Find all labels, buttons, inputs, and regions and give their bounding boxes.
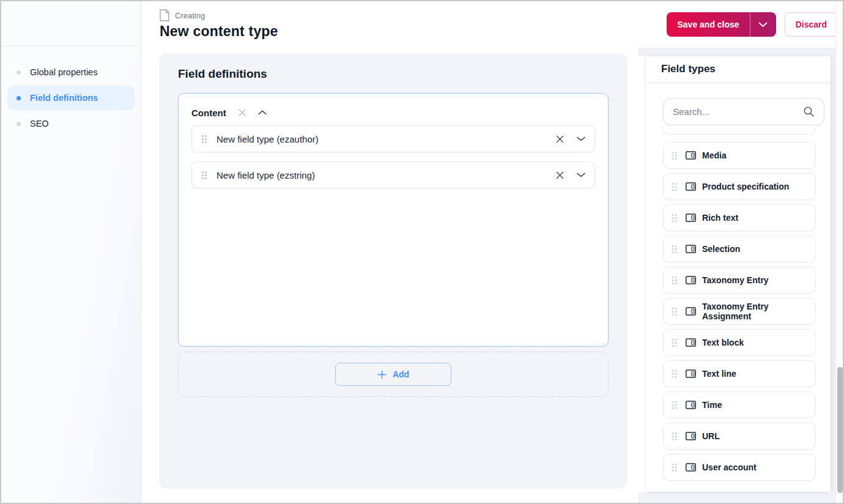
field-type-icon — [686, 276, 696, 284]
drag-handle-icon[interactable] — [672, 401, 678, 410]
add-button-label: Add — [393, 369, 409, 379]
field-remove-button[interactable] — [555, 135, 565, 144]
field-type-label: URL — [702, 431, 720, 441]
panel-backdrop — [639, 48, 837, 56]
sidebar-item-label: SEO — [30, 119, 49, 128]
section-title: Field definitions — [178, 67, 609, 81]
bullet-icon — [17, 96, 21, 100]
drag-handle-icon[interactable] — [672, 276, 678, 285]
mode-label: Creating — [175, 11, 205, 20]
field-type-icon — [686, 401, 696, 409]
drag-handle-icon[interactable] — [672, 432, 678, 441]
field-type-icon — [686, 338, 696, 347]
chevron-down-icon — [758, 22, 768, 28]
field-type-label: Rich text — [702, 213, 738, 223]
field-definitions-section: Field definitions Content Ne — [159, 53, 627, 489]
drag-handle-icon[interactable] — [672, 338, 678, 347]
scrollbar-thumb[interactable] — [837, 367, 843, 493]
field-type-icon — [686, 213, 696, 222]
field-definition-row-ezstring[interactable]: New field type (ezstring) — [191, 161, 595, 188]
group-collapse-button[interactable] — [258, 110, 267, 115]
plus-icon — [377, 370, 387, 379]
field-type-label: Selection — [702, 244, 740, 254]
drag-handle-icon[interactable] — [672, 463, 678, 472]
chevron-down-icon — [577, 136, 585, 141]
field-group-header: Content — [191, 102, 595, 124]
drag-handle-icon[interactable] — [201, 171, 207, 180]
field-type-icon — [686, 463, 696, 472]
field-type-item-media[interactable]: Media — [663, 142, 816, 169]
sidebar-item-label: Global properties — [30, 67, 97, 77]
field-types-title: Field types — [646, 56, 831, 83]
field-type-icon — [686, 307, 696, 316]
chevron-up-icon — [258, 110, 267, 115]
field-type-label: User account — [702, 462, 757, 472]
page-scrollbar[interactable] — [835, 1, 843, 503]
field-type-item-text-line[interactable]: Text line — [663, 360, 816, 387]
drag-handle-icon[interactable] — [672, 213, 678, 223]
field-type-icon — [686, 151, 696, 160]
save-and-close-button[interactable]: Save and close — [667, 12, 749, 37]
field-type-item-user-account[interactable]: User account — [663, 454, 816, 481]
page-header-titles: Creating New content type — [141, 9, 278, 40]
save-and-close-split-button[interactable]: Save and close — [667, 12, 776, 37]
field-type-item-partial[interactable] — [663, 127, 816, 135]
discard-button[interactable]: Discard — [785, 12, 838, 37]
close-icon — [238, 108, 246, 117]
page-title: New content type — [160, 23, 278, 40]
add-button[interactable]: Add — [335, 363, 451, 386]
bullet-icon — [17, 122, 21, 126]
group-remove-button[interactable] — [238, 108, 246, 117]
sidebar-item-global-properties[interactable]: Global properties — [7, 60, 135, 84]
field-definition-label: New field type (ezstring) — [217, 170, 315, 180]
field-type-icon — [686, 432, 696, 440]
field-type-item-url[interactable]: URL — [663, 423, 816, 450]
drag-handle-icon[interactable] — [672, 245, 678, 254]
field-definition-row-ezauthor[interactable]: New field type (ezauthor) — [191, 125, 595, 152]
drag-handle-icon[interactable] — [672, 182, 678, 191]
close-icon — [555, 171, 565, 180]
close-icon — [555, 135, 565, 144]
field-type-icon — [686, 369, 696, 378]
anchor-sidebar: Global properties Field definitions SEO — [1, 1, 141, 503]
field-type-item-taxonomy-entry-assignment[interactable]: Taxonomy Entry Assignment — [663, 298, 816, 325]
field-type-label: Text line — [702, 369, 736, 379]
field-type-item-rich-text[interactable]: Rich text — [663, 204, 816, 231]
page-header: Creating New content type Save and close… — [141, 1, 843, 48]
bullet-icon — [17, 70, 21, 75]
sidebar-item-field-definitions[interactable]: Field definitions — [7, 86, 135, 110]
field-type-item-time[interactable]: Time — [663, 391, 816, 418]
sidebar-item-label: Field definitions — [30, 93, 98, 103]
chevron-down-icon — [577, 172, 585, 177]
page-icon — [160, 9, 169, 21]
field-group-name: Content — [191, 108, 226, 118]
content-type-editor: Global properties Field definitions SEO … — [0, 0, 844, 504]
add-group-dropzone: Add — [178, 352, 609, 397]
field-type-item-selection[interactable]: Selection — [663, 235, 816, 262]
field-types-search[interactable] — [663, 98, 824, 125]
field-remove-button[interactable] — [555, 171, 565, 180]
field-types-list: Media Product specification Rich text — [663, 127, 816, 489]
field-type-item-taxonomy-entry[interactable]: Taxonomy Entry — [663, 267, 816, 294]
field-type-label: Taxonomy Entry — [702, 275, 769, 285]
field-type-label: Product specification — [702, 182, 789, 191]
drag-handle-icon[interactable] — [672, 369, 678, 379]
field-type-item-product-specification[interactable]: Product specification — [663, 173, 816, 200]
field-type-label: Text block — [702, 338, 744, 347]
field-type-item-text-block[interactable]: Text block — [663, 329, 816, 356]
field-expand-button[interactable] — [577, 136, 585, 141]
drag-handle-icon[interactable] — [672, 307, 678, 316]
save-options-toggle[interactable] — [750, 12, 776, 37]
search-input[interactable] — [673, 106, 798, 117]
field-type-label: Media — [702, 150, 727, 160]
field-types-panel: Field types Media — [646, 56, 831, 492]
field-expand-button[interactable] — [577, 172, 585, 177]
drag-handle-icon[interactable] — [201, 135, 207, 144]
sidebar-item-seo[interactable]: SEO — [7, 111, 135, 136]
sidebar-top-spacer — [1, 1, 141, 46]
field-definition-label: New field type (ezauthor) — [217, 134, 319, 144]
drag-handle-icon[interactable] — [672, 151, 678, 160]
field-type-icon — [686, 245, 696, 253]
search-icon — [803, 106, 815, 117]
field-definition-list: New field type (ezauthor) — [191, 125, 595, 188]
